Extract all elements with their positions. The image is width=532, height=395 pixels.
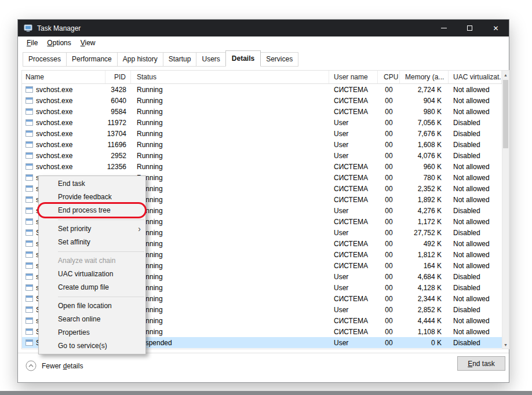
- process-name-cell: svchost.exe: [22, 108, 105, 116]
- column-header-name[interactable]: Name: [22, 71, 105, 83]
- column-header-status[interactable]: Status: [131, 71, 329, 83]
- menu-separator: [58, 297, 144, 297]
- context-menu-item-properties[interactable]: Properties: [39, 326, 145, 339]
- tab-users[interactable]: Users: [196, 52, 225, 67]
- chevron-up-circle-icon: [25, 360, 37, 371]
- process-cpu-cell: 00: [378, 97, 400, 105]
- process-name-cell: svchost.exe: [22, 119, 105, 127]
- scrollbar-thumb[interactable]: [503, 80, 508, 148]
- process-memory-cell: 904 K: [400, 97, 449, 105]
- application-icon: [25, 130, 33, 137]
- process-cpu-cell: 00: [378, 108, 400, 116]
- tab-startup[interactable]: Startup: [163, 52, 197, 67]
- close-button[interactable]: ✕: [483, 20, 509, 36]
- process-row[interactable]: svchost.exe3428RunningСИСТЕМА002,724 KNo…: [22, 84, 502, 95]
- context-menu-item-go-to-service-s[interactable]: Go to service(s): [39, 339, 145, 353]
- process-row[interactable]: svchost.exe2952RunningUser004,076 KDisab…: [22, 150, 502, 161]
- column-header-user-name[interactable]: User name: [329, 71, 378, 83]
- process-name: svchost.exe: [36, 141, 72, 149]
- process-row[interactable]: svchost.exe6040RunningСИСТЕМА00904 KNot …: [22, 95, 502, 106]
- process-uac-cell: Disabled: [449, 229, 502, 237]
- process-memory-cell: 4,276 K: [400, 207, 449, 215]
- process-status-cell: Running: [131, 152, 329, 160]
- context-menu-item-open-file-location[interactable]: Open file location: [39, 299, 145, 313]
- process-row[interactable]: svchost.exe9584RunningСИСТЕМА00980 KNot …: [22, 106, 502, 117]
- process-user-cell: СИСТЕМА: [329, 317, 378, 325]
- tab-processes[interactable]: Processes: [23, 52, 67, 67]
- process-status-cell: Running: [131, 130, 329, 138]
- scroll-down-icon[interactable]: ▼: [502, 341, 509, 349]
- process-row[interactable]: svchost.exe12356RunningСИСТЕМА00960 KNot…: [22, 161, 502, 172]
- tab-services[interactable]: Services: [260, 52, 298, 67]
- context-menu-item-end-process-tree[interactable]: End process tree: [39, 204, 145, 217]
- process-row[interactable]: svchost.exe11696RunningUser001,608 KDisa…: [22, 139, 502, 150]
- menu-item-label: Set affinity: [58, 238, 90, 246]
- process-uac-cell: Disabled: [449, 339, 502, 347]
- process-name-cell: svchost.exe: [22, 86, 105, 94]
- application-icon: [25, 328, 33, 335]
- process-pid-cell: 6040: [105, 97, 131, 105]
- process-memory-cell: 2,724 K: [400, 86, 449, 94]
- minimize-button[interactable]: [431, 20, 457, 36]
- process-name: svchost.exe: [36, 152, 72, 160]
- context-menu-item-end-task[interactable]: End task: [39, 177, 145, 191]
- process-uac-cell: Not allowed: [449, 251, 502, 259]
- screenshot-background: Task Manager ✕ FileOptionsView Processes…: [0, 0, 532, 395]
- process-memory-cell: 27,752 K: [400, 229, 449, 237]
- context-menu-item-set-affinity[interactable]: Set affinity: [39, 236, 145, 249]
- fewer-details-toggle[interactable]: Fewer details: [25, 360, 83, 371]
- process-memory-cell: 2,344 K: [400, 295, 449, 303]
- process-memory-cell: 164 K: [400, 262, 449, 270]
- process-status-cell: Running: [131, 196, 329, 204]
- tab-strip: ProcessesPerformanceApp historyStartupUs…: [18, 49, 509, 67]
- column-header-uac-virtualizat[interactable]: UAC virtualizat...: [449, 71, 502, 83]
- application-icon: [25, 284, 33, 291]
- vertical-scrollbar[interactable]: ▲ ▼: [502, 71, 509, 349]
- menubar-item-view[interactable]: View: [76, 38, 100, 48]
- context-menu-item-provide-feedback[interactable]: Provide feedback: [39, 191, 145, 204]
- column-header-cpu[interactable]: CPU: [378, 71, 400, 83]
- process-cpu-cell: 00: [378, 262, 400, 270]
- application-icon: [25, 273, 33, 280]
- process-row[interactable]: svchost.exe11972RunningUser007,056 KDisa…: [22, 117, 502, 128]
- process-status-cell: Running: [131, 240, 329, 248]
- tab-details[interactable]: Details: [225, 50, 261, 67]
- tab-performance[interactable]: Performance: [66, 52, 118, 67]
- process-name: svchost.exe: [36, 119, 72, 127]
- context-menu-item-uac-virtualization[interactable]: UAC virtualization: [39, 268, 145, 281]
- maximize-button[interactable]: [457, 20, 483, 36]
- minimize-icon: [441, 28, 447, 28]
- process-pid-cell: 13704: [105, 130, 131, 138]
- context-menu-item-set-priority[interactable]: Set priority›: [39, 222, 145, 236]
- process-uac-cell: Not allowed: [449, 174, 502, 182]
- process-row[interactable]: svchost.exe13704RunningUser007,676 KDisa…: [22, 128, 502, 139]
- process-user-cell: СИСТЕМА: [329, 185, 378, 193]
- process-cpu-cell: 00: [378, 229, 400, 237]
- process-pid-cell: 9584: [105, 108, 131, 116]
- process-name: svchost.exe: [36, 130, 72, 138]
- menubar-item-options[interactable]: Options: [43, 38, 75, 48]
- submenu-arrow-icon: ›: [138, 222, 141, 236]
- tab-app-history[interactable]: App history: [117, 52, 163, 67]
- menu-item-label: Create dump file: [58, 283, 109, 291]
- end-task-button[interactable]: End task: [457, 356, 505, 371]
- menu-item-label: Open file location: [58, 302, 112, 310]
- process-cpu-cell: 00: [378, 295, 400, 303]
- application-icon: [25, 207, 33, 214]
- column-header-memory-a[interactable]: Memory (a...: [400, 71, 449, 83]
- context-menu-item-search-online[interactable]: Search online: [39, 313, 145, 326]
- process-memory-cell: 1,108 K: [400, 328, 449, 336]
- process-uac-cell: Disabled: [449, 141, 502, 149]
- context-menu: End taskProvide feedbackEnd process tree…: [38, 175, 146, 354]
- titlebar[interactable]: Task Manager ✕: [18, 20, 509, 36]
- column-header-pid[interactable]: PID: [105, 71, 131, 83]
- context-menu-item-create-dump-file[interactable]: Create dump file: [39, 281, 145, 294]
- menubar-item-file[interactable]: File: [23, 38, 42, 48]
- process-user-cell: СИСТЕМА: [329, 174, 378, 182]
- process-name-cell: svchost.exe: [22, 141, 105, 149]
- process-user-cell: СИСТЕМА: [329, 97, 378, 105]
- process-name: svchost.exe: [36, 108, 72, 116]
- scroll-up-icon[interactable]: ▲: [502, 71, 509, 79]
- process-uac-cell: Disabled: [449, 119, 502, 127]
- scrollbar-track[interactable]: [502, 79, 509, 341]
